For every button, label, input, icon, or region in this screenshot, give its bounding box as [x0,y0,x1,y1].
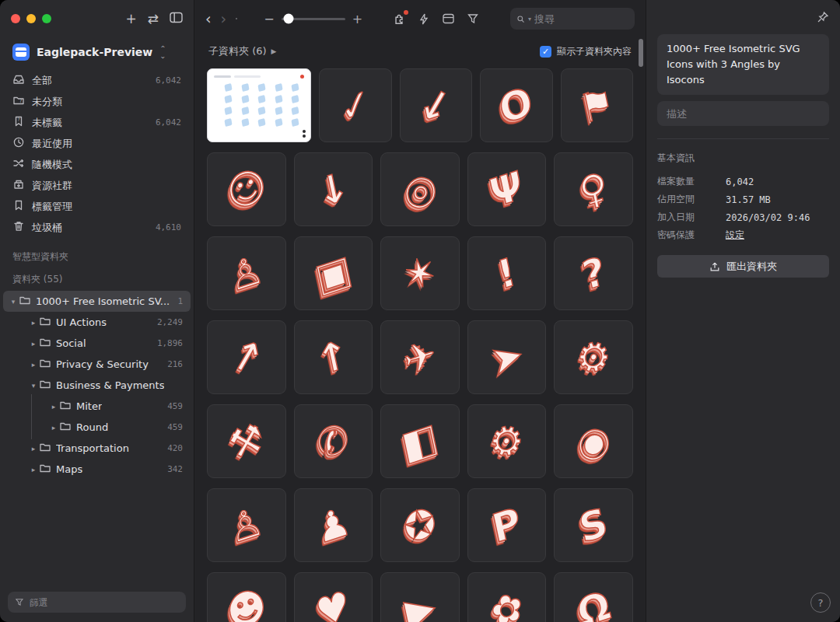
show-subfolder-checkbox[interactable]: ✓ [540,46,551,58]
smart-folders-section-title[interactable]: 智慧型資料夾 [0,239,194,265]
sidebar-item-folder-question[interactable]: ? 未分類 [6,91,187,112]
tile-media-box[interactable]: ▶ [380,572,460,622]
tile-gear-band[interactable]: ⚙ [467,404,547,478]
disclosure-triangle-icon[interactable]: ▸ [28,340,39,348]
filter-input[interactable] [30,597,179,608]
tile-cursor-arrow[interactable]: ➤ [467,320,547,394]
tile-jacket[interactable]: Ω [554,572,633,622]
folder-tree-item[interactable]: ▾ 1000+ Free Isometric SV... 1 [3,291,191,312]
chevron-down-icon[interactable]: ▾ [528,16,531,23]
sidebar-item-bookmark[interactable]: 標籤管理 [6,196,187,217]
tile-location-pin[interactable]: ♀ [554,152,633,226]
tile-gear-ring[interactable]: ⚙ [554,320,633,394]
tile-check-circle[interactable]: ✓ [319,68,392,142]
description-input[interactable] [667,108,820,120]
plugin-icon[interactable] [392,12,406,26]
pin-icon[interactable] [817,11,829,23]
thumb-header [214,75,304,79]
tile-user-round-pin[interactable]: ♙ [207,236,286,310]
tile-user-group[interactable]: ☻ [207,572,286,622]
folder-tree-item[interactable]: ▸ Privacy & Security 216 [3,354,191,375]
folder-tree-item[interactable]: ▸ Maps 342 [3,459,191,480]
disclosure-triangle-icon[interactable]: ▸ [28,466,39,473]
add-icon[interactable]: + [126,12,137,26]
search-input[interactable] [534,13,628,25]
scrollbar-thumb[interactable] [639,39,643,67]
mini-icon [241,95,249,103]
help-button[interactable]: ? [810,592,831,613]
tile-shield-pin[interactable]: ✪ [380,488,460,562]
sidebar-filter[interactable] [8,592,186,613]
search-field[interactable]: ▾ [510,8,635,30]
tile-torus-ring[interactable]: O [480,68,553,142]
filter-funnel-icon[interactable] [467,12,479,25]
thumbnail-size-slider[interactable] [282,18,345,20]
tile-arrow-up[interactable]: ↑ [294,320,373,394]
tile-briefcase-tools[interactable]: ⚒ [207,404,286,478]
tile-click-burst[interactable]: ✶ [380,236,460,310]
slider-knob[interactable] [284,14,294,24]
tile-paper-plane[interactable]: ✈ [380,320,460,394]
description-field[interactable] [657,101,829,126]
disclosure-triangle-icon[interactable]: ▸ [28,361,39,369]
sidebar-item-community[interactable]: 資源社群 [6,175,187,196]
zoom-out-icon[interactable]: − [264,12,274,26]
back-icon[interactable]: ‹ [205,12,212,26]
caret-right-icon[interactable]: ▶ [271,47,277,55]
tile-restaurant-fork[interactable]: Ψ [467,152,547,226]
tile-letter-p-parking[interactable]: P [467,488,547,562]
tile-website-screenshot-thumbnail[interactable] [207,68,311,142]
tile-arrow-up-right[interactable]: ↗ [207,320,286,394]
tile-arrow-down[interactable]: ↓ [294,152,373,226]
tile-door-slot[interactable]: ◧ [380,404,460,478]
subfolders-label[interactable]: 子資料夾 (6) [208,44,267,58]
sidebar-item-trash[interactable]: 垃圾桶 4,610 [6,217,187,238]
toggle-sidebar-icon[interactable] [170,12,183,26]
tile-camera-disc[interactable]: ◎ [380,152,460,226]
folder-tree-item[interactable]: ▸ Miter 459 [3,396,191,417]
folders-section-title[interactable]: 資料夾 (55) [0,265,194,288]
disclosure-triangle-icon[interactable]: ▾ [28,382,39,390]
disclosure-triangle-icon[interactable]: ▸ [48,403,59,411]
tile-user-lean[interactable]: ♟ [294,488,373,562]
tile-heart-box[interactable]: ♥ [294,572,373,622]
sort-swap-icon[interactable]: ⇄ [148,12,159,26]
disclosure-triangle-icon[interactable]: ▾ [8,298,19,306]
disclosure-triangle-icon[interactable]: ▸ [28,445,39,453]
thumb-logo-dot [300,75,304,79]
tile-user-card[interactable]: ▣ [294,236,373,310]
tile-shopping-bag[interactable]: S [554,488,633,562]
close-window-button[interactable] [11,14,20,23]
zoom-window-button[interactable] [42,14,51,23]
folder-tree-item[interactable]: ▸ UI Actions 2,249 [3,312,191,333]
tile-question-round[interactable]: ? [554,236,633,310]
tile-flag[interactable]: ⚑ [561,68,634,142]
export-folder-button[interactable]: 匯出資料夾 [657,255,829,278]
sidebar-item-clock[interactable]: 最近使用 [6,133,187,154]
password-set-link[interactable]: 設定 [726,229,744,242]
tile-arrow-down-left[interactable]: ↙ [400,68,473,142]
folder-tree-item[interactable]: ▾ Business & Payments [3,375,191,396]
disclosure-triangle-icon[interactable]: ▸ [28,319,39,327]
sidebar-item-shuffle[interactable]: 隨機模式 [6,154,187,175]
folder-icon [39,336,51,351]
sidebar-item-tag-question[interactable]: ? 未標籤 6,042 [6,112,187,133]
tile-chat-faces[interactable]: ☺ [207,152,286,226]
tile-flower-gear[interactable]: ✿ [467,572,547,622]
folder-tree-item[interactable]: ▸ Round 459 [3,417,191,438]
sidebar-item-inbox[interactable]: 全部 6,042 [6,70,187,91]
folder-tree-item[interactable]: ▸ Transportation 420 [3,438,191,459]
minimize-window-button[interactable] [26,14,36,23]
tile-disc-pin[interactable]: ◉ [554,404,633,478]
zoom-in-icon[interactable]: + [352,12,362,26]
forward-icon[interactable]: › [221,12,227,26]
tile-user-badge[interactable]: ♙ [207,488,286,562]
folder-title-field[interactable]: 1000+ Free Isometric SVG Icons with 3 An… [657,34,829,95]
quick-action-icon[interactable] [418,12,430,26]
disclosure-triangle-icon[interactable]: ▸ [48,424,59,432]
folder-tree-item[interactable]: ▸ Social 1,896 [3,333,191,354]
tile-tool-bubble[interactable]: ✆ [294,404,373,478]
layout-icon[interactable] [442,12,455,25]
tile-alert-box[interactable]: ! [467,236,547,310]
library-switcher[interactable]: Eaglepack-Preview ⌃⌃ [0,37,194,68]
